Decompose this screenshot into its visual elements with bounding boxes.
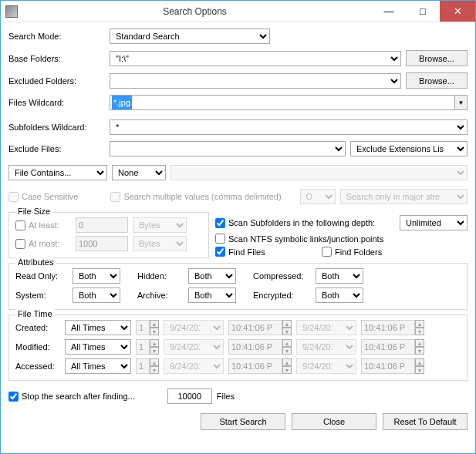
created-mode[interactable]: All Times — [65, 320, 131, 335]
spinner-icon: ▲▼ — [282, 339, 292, 355]
system-label: System: — [15, 291, 68, 300]
created-label: Created: — [15, 323, 60, 332]
scan-subfolders-checkbox[interactable]: Scan Subfolders in the following depth: — [215, 218, 375, 228]
file-size-legend: File Size — [15, 207, 52, 216]
excluded-folders-select[interactable] — [110, 73, 401, 89]
at-most-input — [76, 236, 128, 251]
subfolders-wildcard-select[interactable]: * — [110, 119, 468, 135]
base-folders-label: Base Folders: — [8, 54, 105, 63]
modified-mode[interactable]: All Times — [65, 339, 131, 355]
chevron-down-icon[interactable]: ▼ — [454, 96, 467, 109]
app-icon — [5, 5, 18, 18]
search-mode-select[interactable]: Standard Search — [110, 29, 270, 44]
browse-base-button[interactable]: Browse... — [406, 50, 468, 66]
accessed-time-to — [361, 358, 415, 374]
file-time-legend: File Time — [15, 309, 55, 318]
subfolders-wildcard-label: Subfolders Wildcard: — [8, 123, 105, 132]
spinner-icon: ▲▼ — [415, 320, 424, 335]
attributes-legend: Attributes — [15, 257, 56, 267]
read-only-label: Read Only: — [15, 271, 68, 281]
compressed-label: Compressed: — [253, 271, 311, 281]
titlebar: Search Options — □ ✕ — [1, 1, 475, 22]
at-least-checkbox[interactable]: At least: — [15, 220, 71, 230]
modified-time-to — [361, 339, 415, 355]
created-count — [136, 320, 150, 335]
created-date-from: 9/24/2014 — [164, 320, 224, 335]
start-search-button[interactable]: Start Search — [201, 413, 285, 430]
case-sensitive-checkbox: Case Sensitive — [8, 192, 78, 202]
spinner-icon: ▲▼ — [415, 358, 424, 374]
accessed-label: Accessed: — [15, 362, 60, 371]
archive-select[interactable]: Both — [188, 288, 236, 303]
hidden-select[interactable]: Both — [188, 268, 236, 284]
stop-after-count[interactable] — [167, 388, 212, 404]
files-wildcard-value: *.jpg — [112, 96, 132, 109]
read-only-select[interactable]: Both — [73, 268, 120, 284]
exclude-ext-list-select[interactable]: Exclude Extensions List — [350, 141, 468, 156]
accessed-date-from: 9/24/2014 — [164, 358, 224, 374]
close-window-button[interactable]: ✕ — [440, 1, 475, 22]
spinner-icon: ▲▼ — [282, 320, 292, 335]
files-suffix-label: Files — [217, 392, 235, 401]
created-time-from — [228, 320, 282, 335]
accessed-time-from — [228, 358, 282, 374]
spinner-icon: ▲▼ — [150, 358, 159, 374]
base-folders-select[interactable]: "I:\" — [110, 51, 401, 66]
exclude-files-select[interactable] — [110, 141, 346, 156]
search-multiple-checkbox: Search multiple values (comma delimited) — [110, 192, 281, 202]
at-least-unit: Bytes — [133, 217, 187, 233]
search-mode-label: Search Mode: — [8, 32, 105, 41]
encrypted-label: Encrypted: — [253, 291, 311, 300]
created-date-to: 9/24/2014 — [296, 320, 356, 335]
modified-date-from: 9/24/2014 — [164, 339, 224, 355]
close-button[interactable]: Close — [292, 413, 376, 430]
spinner-icon: ▲▼ — [150, 339, 159, 355]
spinner-icon: ▲▼ — [150, 320, 159, 335]
hidden-label: Hidden: — [137, 271, 184, 281]
modified-time-from — [228, 339, 282, 355]
maximize-button[interactable]: □ — [406, 1, 440, 22]
scan-depth-select[interactable]: Unlimited — [400, 215, 468, 230]
accessed-date-to: 9/24/2014 — [296, 358, 356, 374]
accessed-mode[interactable]: All Times — [65, 358, 131, 374]
modified-label: Modified: — [15, 342, 60, 351]
file-size-group: File Size At least: Bytes At most: — [8, 212, 209, 258]
browse-excluded-button[interactable]: Browse... — [406, 72, 468, 89]
excluded-folders-label: Excluded Folders: — [8, 76, 105, 86]
file-contains-text — [170, 165, 468, 180]
find-files-checkbox[interactable]: Find Files — [215, 247, 317, 257]
scan-ntfs-checkbox[interactable]: Scan NTFS symbolic links/junction points — [215, 234, 383, 244]
file-contains-mode-select[interactable]: None — [112, 165, 166, 180]
created-time-to — [361, 320, 415, 335]
compressed-select[interactable]: Both — [316, 268, 363, 284]
modified-date-to: 9/24/2014 — [296, 339, 356, 355]
search-only-major-select: Search only in major stre — [340, 189, 468, 204]
exclude-files-label: Exclude Files: — [8, 144, 105, 153]
window-title: Search Options — [18, 6, 372, 17]
accessed-count — [136, 358, 150, 374]
modified-count — [136, 339, 150, 355]
minimize-button[interactable]: — — [372, 1, 406, 22]
spinner-icon: ▲▼ — [415, 339, 424, 355]
spinner-icon: ▲▼ — [282, 358, 292, 374]
file-contains-select[interactable]: File Contains... — [8, 165, 107, 180]
at-least-input — [76, 217, 128, 233]
search-options-window: Search Options — □ ✕ Search Mode: Standa… — [0, 0, 476, 454]
archive-label: Archive: — [137, 291, 184, 300]
files-wildcard-label: Files Wildcard: — [8, 98, 105, 107]
attributes-group: Attributes Read Only: Both Hidden: Both … — [8, 263, 468, 310]
files-wildcard-combo[interactable]: *.jpg ▼ — [110, 95, 468, 110]
reset-button[interactable]: Reset To Default — [383, 413, 468, 430]
system-select[interactable]: Both — [73, 288, 120, 303]
or-select: Or — [300, 189, 336, 204]
at-most-checkbox[interactable]: At most: — [15, 239, 71, 249]
find-folders-checkbox[interactable]: Find Folders — [322, 247, 382, 257]
file-time-group: File Time Created: All Times ▲▼ 9/24/201… — [8, 314, 468, 381]
at-most-unit: Bytes — [133, 236, 187, 251]
stop-after-checkbox[interactable]: Stop the search after finding... — [8, 392, 135, 402]
encrypted-select[interactable]: Both — [316, 288, 363, 303]
